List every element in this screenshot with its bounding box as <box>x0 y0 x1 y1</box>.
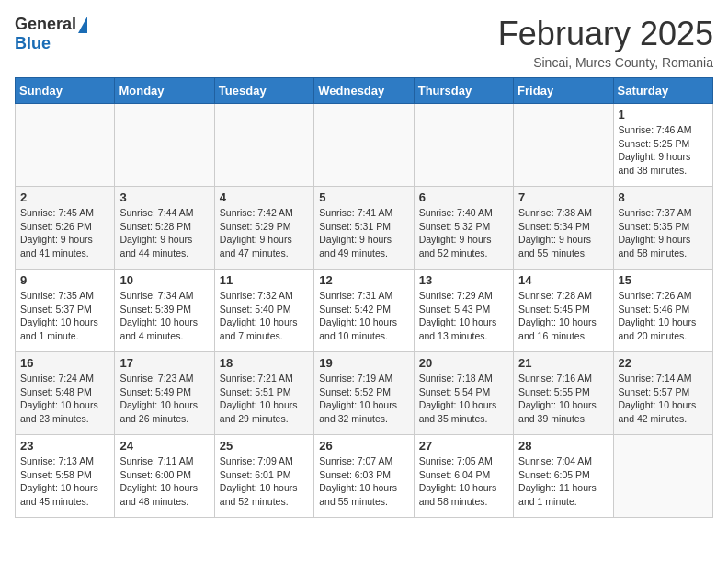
day-info: Sunrise: 7:28 AM Sunset: 5:45 PM Dayligh… <box>518 289 608 343</box>
calendar-day-cell: 17Sunrise: 7:23 AM Sunset: 5:49 PM Dayli… <box>115 352 214 435</box>
day-number: 8 <box>619 190 708 204</box>
calendar-day-cell: 7Sunrise: 7:38 AM Sunset: 5:34 PM Daylig… <box>514 187 613 270</box>
calendar-day-cell <box>214 104 313 187</box>
day-info: Sunrise: 7:23 AM Sunset: 5:49 PM Dayligh… <box>119 372 209 426</box>
calendar-day-cell: 24Sunrise: 7:11 AM Sunset: 6:00 PM Dayli… <box>115 435 214 518</box>
page-header: General Blue February 2025 Sincai, Mures… <box>15 15 713 70</box>
day-number: 27 <box>419 439 508 453</box>
day-info: Sunrise: 7:31 AM Sunset: 5:42 PM Dayligh… <box>319 289 408 343</box>
day-number: 21 <box>518 356 608 370</box>
calendar-day-cell: 2Sunrise: 7:45 AM Sunset: 5:26 PM Daylig… <box>16 187 115 270</box>
calendar-day-cell: 11Sunrise: 7:32 AM Sunset: 5:40 PM Dayli… <box>214 270 313 352</box>
day-of-week-header: Saturday <box>613 78 712 104</box>
logo-blue: Blue <box>15 34 51 53</box>
day-number: 16 <box>20 356 109 370</box>
day-info: Sunrise: 7:24 AM Sunset: 5:48 PM Dayligh… <box>20 372 109 426</box>
day-number: 20 <box>419 356 508 370</box>
day-info: Sunrise: 7:41 AM Sunset: 5:31 PM Dayligh… <box>319 206 408 260</box>
day-of-week-header: Tuesday <box>214 78 313 104</box>
logo: General Blue <box>15 15 87 53</box>
day-number: 22 <box>619 356 708 370</box>
calendar-day-cell: 5Sunrise: 7:41 AM Sunset: 5:31 PM Daylig… <box>314 187 414 270</box>
day-info: Sunrise: 7:42 AM Sunset: 5:29 PM Dayligh… <box>220 206 309 260</box>
logo-triangle-icon <box>78 17 87 33</box>
day-number: 4 <box>220 190 309 204</box>
day-info: Sunrise: 7:21 AM Sunset: 5:51 PM Dayligh… <box>220 372 309 426</box>
calendar-day-cell: 18Sunrise: 7:21 AM Sunset: 5:51 PM Dayli… <box>214 352 313 435</box>
day-number: 2 <box>20 190 109 204</box>
calendar-day-cell: 12Sunrise: 7:31 AM Sunset: 5:42 PM Dayli… <box>314 270 414 352</box>
day-info: Sunrise: 7:14 AM Sunset: 5:57 PM Dayligh… <box>619 372 708 426</box>
calendar-day-cell: 25Sunrise: 7:09 AM Sunset: 6:01 PM Dayli… <box>214 435 313 518</box>
calendar-day-cell <box>414 104 513 187</box>
day-number: 17 <box>119 356 209 370</box>
day-info: Sunrise: 7:44 AM Sunset: 5:28 PM Dayligh… <box>119 206 209 260</box>
day-info: Sunrise: 7:29 AM Sunset: 5:43 PM Dayligh… <box>419 289 508 343</box>
day-info: Sunrise: 7:38 AM Sunset: 5:34 PM Dayligh… <box>518 206 608 260</box>
day-of-week-header: Wednesday <box>314 78 414 104</box>
day-info: Sunrise: 7:40 AM Sunset: 5:32 PM Dayligh… <box>419 206 508 260</box>
day-number: 24 <box>119 439 209 453</box>
day-info: Sunrise: 7:05 AM Sunset: 6:04 PM Dayligh… <box>419 454 508 509</box>
calendar-day-cell: 21Sunrise: 7:16 AM Sunset: 5:55 PM Dayli… <box>514 352 613 435</box>
calendar-day-cell: 22Sunrise: 7:14 AM Sunset: 5:57 PM Dayli… <box>613 352 712 435</box>
day-number: 5 <box>319 190 408 204</box>
day-number: 13 <box>419 273 508 287</box>
calendar-day-cell: 8Sunrise: 7:37 AM Sunset: 5:35 PM Daylig… <box>613 187 712 270</box>
calendar-week-row: 1Sunrise: 7:46 AM Sunset: 5:25 PM Daylig… <box>16 104 713 187</box>
day-number: 14 <box>518 273 608 287</box>
day-info: Sunrise: 7:19 AM Sunset: 5:52 PM Dayligh… <box>319 372 408 426</box>
calendar-day-cell: 16Sunrise: 7:24 AM Sunset: 5:48 PM Dayli… <box>16 352 115 435</box>
day-of-week-header: Friday <box>514 78 613 104</box>
day-of-week-header: Thursday <box>414 78 513 104</box>
calendar-day-cell: 3Sunrise: 7:44 AM Sunset: 5:28 PM Daylig… <box>115 187 214 270</box>
day-info: Sunrise: 7:26 AM Sunset: 5:46 PM Dayligh… <box>619 289 708 343</box>
calendar-day-cell: 14Sunrise: 7:28 AM Sunset: 5:45 PM Dayli… <box>514 270 613 352</box>
calendar-day-cell: 6Sunrise: 7:40 AM Sunset: 5:32 PM Daylig… <box>414 187 513 270</box>
calendar-header-row: SundayMondayTuesdayWednesdayThursdayFrid… <box>16 78 713 104</box>
day-number: 25 <box>220 439 309 453</box>
calendar-day-cell: 28Sunrise: 7:04 AM Sunset: 6:05 PM Dayli… <box>514 435 613 518</box>
day-info: Sunrise: 7:37 AM Sunset: 5:35 PM Dayligh… <box>619 206 708 260</box>
day-info: Sunrise: 7:11 AM Sunset: 6:00 PM Dayligh… <box>119 454 209 509</box>
calendar-day-cell: 9Sunrise: 7:35 AM Sunset: 5:37 PM Daylig… <box>16 270 115 352</box>
day-info: Sunrise: 7:34 AM Sunset: 5:39 PM Dayligh… <box>119 289 209 343</box>
day-info: Sunrise: 7:13 AM Sunset: 5:58 PM Dayligh… <box>20 454 109 509</box>
day-info: Sunrise: 7:07 AM Sunset: 6:03 PM Dayligh… <box>319 454 408 509</box>
title-block: February 2025 Sincai, Mures County, Roma… <box>498 15 713 70</box>
calendar-day-cell: 20Sunrise: 7:18 AM Sunset: 5:54 PM Dayli… <box>414 352 513 435</box>
day-number: 6 <box>419 190 508 204</box>
day-number: 23 <box>20 439 109 453</box>
day-info: Sunrise: 7:04 AM Sunset: 6:05 PM Dayligh… <box>518 454 608 509</box>
day-number: 28 <box>518 439 608 453</box>
day-number: 15 <box>619 273 708 287</box>
calendar-day-cell: 13Sunrise: 7:29 AM Sunset: 5:43 PM Dayli… <box>414 270 513 352</box>
calendar-week-row: 23Sunrise: 7:13 AM Sunset: 5:58 PM Dayli… <box>16 435 713 518</box>
day-of-week-header: Monday <box>115 78 214 104</box>
logo-general: General <box>15 15 76 34</box>
day-number: 1 <box>619 108 708 121</box>
calendar-day-cell: 4Sunrise: 7:42 AM Sunset: 5:29 PM Daylig… <box>214 187 313 270</box>
calendar-day-cell: 1Sunrise: 7:46 AM Sunset: 5:25 PM Daylig… <box>613 104 712 187</box>
day-number: 7 <box>518 190 608 204</box>
day-number: 9 <box>20 273 109 287</box>
day-number: 26 <box>319 439 408 453</box>
day-info: Sunrise: 7:16 AM Sunset: 5:55 PM Dayligh… <box>518 372 608 426</box>
day-number: 19 <box>319 356 408 370</box>
location-subtitle: Sincai, Mures County, Romania <box>498 55 713 70</box>
day-info: Sunrise: 7:45 AM Sunset: 5:26 PM Dayligh… <box>20 206 109 260</box>
calendar-day-cell <box>613 435 712 518</box>
calendar-week-row: 16Sunrise: 7:24 AM Sunset: 5:48 PM Dayli… <box>16 352 713 435</box>
calendar-table: SundayMondayTuesdayWednesdayThursdayFrid… <box>15 77 713 518</box>
day-info: Sunrise: 7:18 AM Sunset: 5:54 PM Dayligh… <box>419 372 508 426</box>
calendar-day-cell <box>314 104 414 187</box>
calendar-day-cell: 23Sunrise: 7:13 AM Sunset: 5:58 PM Dayli… <box>16 435 115 518</box>
month-year-title: February 2025 <box>498 15 713 53</box>
calendar-week-row: 2Sunrise: 7:45 AM Sunset: 5:26 PM Daylig… <box>16 187 713 270</box>
calendar-day-cell: 15Sunrise: 7:26 AM Sunset: 5:46 PM Dayli… <box>613 270 712 352</box>
calendar-week-row: 9Sunrise: 7:35 AM Sunset: 5:37 PM Daylig… <box>16 270 713 352</box>
calendar-day-cell: 10Sunrise: 7:34 AM Sunset: 5:39 PM Dayli… <box>115 270 214 352</box>
day-number: 11 <box>220 273 309 287</box>
day-info: Sunrise: 7:09 AM Sunset: 6:01 PM Dayligh… <box>220 454 309 509</box>
day-number: 12 <box>319 273 408 287</box>
